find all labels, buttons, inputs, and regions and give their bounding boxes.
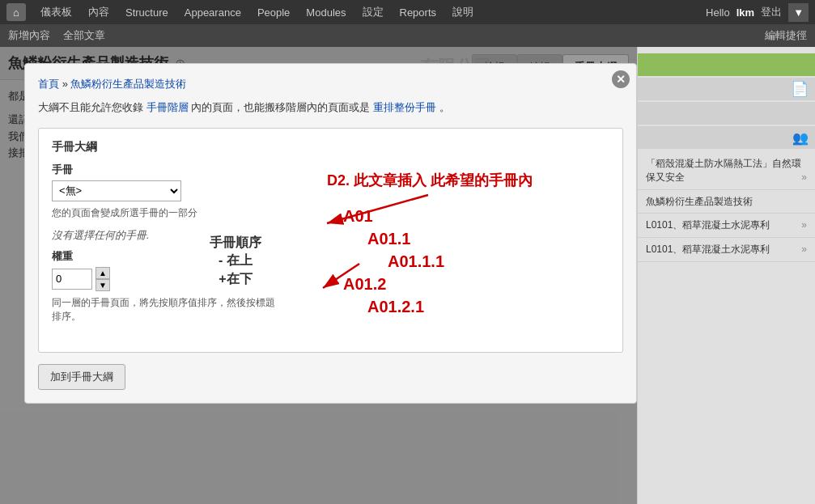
nav-people[interactable]: People <box>251 3 296 22</box>
inner-box-title: 手冊大綱 <box>52 140 609 155</box>
weight-input[interactable] <box>52 269 92 290</box>
sidebar-item-2-text: 魚鱗粉衍生產品製造技術 <box>646 196 753 207</box>
home-icon: ⌂ <box>13 6 19 19</box>
hello-label: Hello <box>706 6 730 19</box>
annotation-a0111: A01.1.1 <box>388 252 444 271</box>
weight-up-button[interactable]: ▲ <box>96 267 110 279</box>
book-outline-modal: ✕ 首頁 » 魚鱗粉衍生產品製造技術 大綱不且能允許您收錄 手冊階層 內的頁面，… <box>24 63 637 404</box>
sidebar-document-icon: 📄 <box>791 80 809 98</box>
book-select[interactable]: <無> <box>52 180 181 201</box>
annotation-a01: A01 <box>343 207 373 226</box>
sidebar-item-3[interactable]: L0101、稻草混凝土水泥專利 » <box>638 214 815 238</box>
nav-dashboard[interactable]: 儀表板 <box>34 2 79 23</box>
sidebar-icon-row: 📄 <box>638 78 815 100</box>
main-area: 魚鱗粉衍生產品製造技術 ⊕ 有限公司 檢視 編輯 手冊大綱 都是說明系統，例如此… <box>0 47 815 504</box>
modal-overlay: ✕ 首頁 » 魚鱗粉衍生產品製造技術 大綱不且能允許您收錄 手冊階層 內的頁面，… <box>0 47 637 504</box>
home-button[interactable]: ⌂ <box>6 3 26 21</box>
right-sidebar: 📄 👥 「稻殼混凝土防水隔熱工法」自然環保又安全 » 魚鱗粉衍生產品製造技術 L… <box>637 47 815 504</box>
annotation-order: 手冊順序 - 在上 +在下 <box>210 234 261 288</box>
desc-link-book-hierarchy[interactable]: 手冊階層 <box>146 101 189 113</box>
modal-inner: 手冊 <無> 您的頁面會變成所選手冊的一部分 沒有選擇任何的手冊. 權重 <box>52 163 609 341</box>
top-navigation: ⌂ 儀表板 內容 Structure Appearance People Mod… <box>0 0 815 24</box>
sidebar-people-icon-row: 👥 <box>638 126 815 149</box>
book-field-label: 手冊 <box>52 163 278 177</box>
nav-help[interactable]: 說明 <box>446 2 480 23</box>
sidebar-links-section: 「稻殼混凝土防水隔熱工法」自然環保又安全 » 魚鱗粉衍生產品製造技術 L0101… <box>638 152 815 262</box>
annotation-d2: D2. 此文章插入 此希望的手冊內 <box>327 171 533 190</box>
content-area: 魚鱗粉衍生產品製造技術 ⊕ 有限公司 檢視 編輯 手冊大綱 都是說明系統，例如此… <box>0 47 637 504</box>
modal-annotation-right: D2. 此文章插入 此希望的手冊內 A01 A01.1 A01.1.1 A01.… <box>278 163 609 341</box>
new-content-link[interactable]: 新增內容 <box>8 28 50 43</box>
sidebar-item-1-arrow: » <box>801 171 807 184</box>
nav-structure[interactable]: Structure <box>119 3 175 22</box>
sidebar-item-4-text: L0101、稻草混凝土水泥專利 <box>646 244 770 255</box>
breadcrumb: 首頁 » 魚鱗粉衍生產品製造技術 <box>38 77 623 91</box>
modal-close-button[interactable]: ✕ <box>612 70 630 88</box>
sidebar-item-4-arrow: » <box>801 243 807 256</box>
desc-middle: 內的頁面，也能搬移階層內的頁面或是 <box>191 101 370 113</box>
sidebar-item-4[interactable]: L0101、稻草混凝土水泥專利 » <box>638 238 815 262</box>
weight-arrows: ▲ ▼ <box>96 267 110 291</box>
select-row: <無> <box>52 180 278 201</box>
all-articles-link[interactable]: 全部文章 <box>63 28 105 43</box>
svg-line-1 <box>327 195 428 223</box>
annotation-a0121: A01.2.1 <box>367 298 424 316</box>
nav-dropdown-arrow[interactable]: ▼ <box>788 3 809 22</box>
annotation-a011: A01.1 <box>367 230 410 248</box>
breadcrumb-separator: » <box>62 78 71 90</box>
nav-content[interactable]: 內容 <box>82 2 116 23</box>
secondary-toolbar: 新增內容 全部文章 編輯捷徑 <box>0 24 815 47</box>
nav-settings[interactable]: 設定 <box>356 2 390 23</box>
desc-end: 。 <box>439 101 450 113</box>
sidebar-item-3-text: L0101、稻草混凝土水泥專利 <box>646 219 770 231</box>
sidebar-item-2[interactable]: 魚鱗粉衍生產品製造技術 <box>638 190 815 214</box>
breadcrumb-page[interactable]: 魚鱗粉衍生產品製造技術 <box>70 78 186 90</box>
username-label: lkm <box>736 6 754 19</box>
sidebar-item-3-arrow: » <box>801 218 807 232</box>
desc-text: 大綱不且能允許您收錄 <box>38 101 143 113</box>
sidebar-item-1-text: 「稻殼混凝土防水隔熱工法」自然環保又安全 <box>646 158 801 183</box>
modal-description: 大綱不且能允許您收錄 手冊階層 內的頁面，也能搬移階層內的頁面或是 重排整份手冊… <box>38 100 623 116</box>
nav-appearance[interactable]: Appearance <box>178 3 248 22</box>
inner-box: 手冊大綱 手冊 <無> 您的頁面會變成所選手冊的一部分 沒有選擇任何的手冊. <box>38 128 623 353</box>
nav-modules[interactable]: Modules <box>299 3 352 22</box>
breadcrumb-home[interactable]: 首頁 <box>38 78 59 90</box>
weight-description: 同一層的手冊頁面，將先按順序值排序，然後按標題排序。 <box>52 296 278 324</box>
sidebar-people-icon: 👥 <box>792 130 809 146</box>
nav-reports[interactable]: Reports <box>393 3 444 22</box>
desc-link-reorder[interactable]: 重排整份手冊 <box>373 101 436 113</box>
edit-shortcuts-link[interactable]: 編輯捷徑 <box>765 28 807 43</box>
sidebar-item-1[interactable]: 「稻殼混凝土防水隔熱工法」自然環保又安全 » <box>638 152 815 190</box>
book-help-text: 您的頁面會變成所選手冊的一部分 <box>52 206 278 220</box>
annotation-a012: A01.2 <box>343 275 386 294</box>
add-to-outline-button[interactable]: 加到手冊大綱 <box>38 364 125 390</box>
logout-button[interactable]: 登出 <box>761 5 782 19</box>
sidebar-block-3 <box>638 102 815 125</box>
weight-down-button[interactable]: ▼ <box>96 279 110 291</box>
sidebar-green-block <box>638 53 815 76</box>
nav-user-area: Hello lkm 登出 ▼ <box>706 3 809 22</box>
